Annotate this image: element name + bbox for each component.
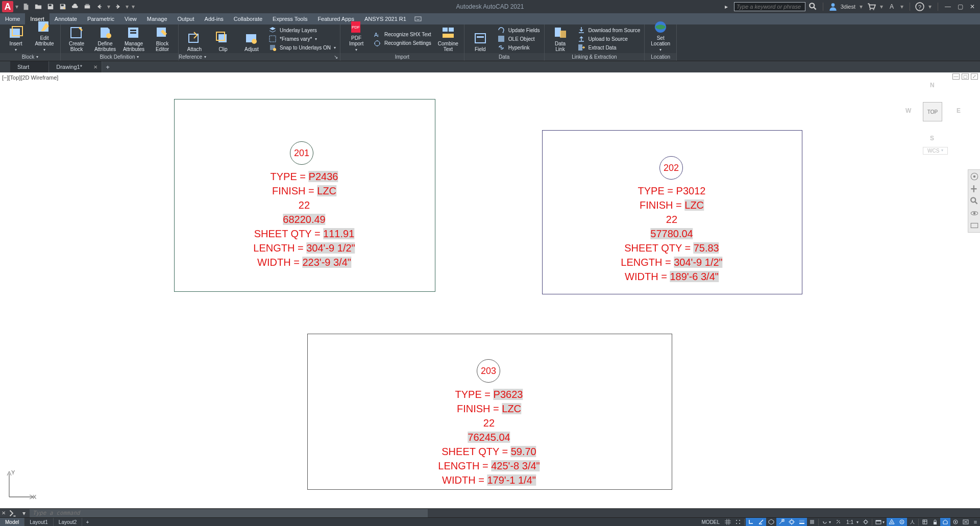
recognize-shx-button[interactable]: AᵢRecognize SHX Text <box>371 30 433 39</box>
create-block-button[interactable]: Create Block <box>63 26 90 52</box>
attach-button[interactable]: Attach <box>181 26 208 52</box>
command-input[interactable] <box>30 509 428 517</box>
save-icon[interactable] <box>45 1 56 12</box>
viewcube-east[interactable]: E <box>957 107 961 114</box>
block-203-attributes[interactable]: TYPE = P3623 FINISH = LZC 22 76245.04 SH… <box>438 387 540 487</box>
scale-dropdown-icon[interactable]: ▾ <box>856 520 861 524</box>
add-file-tab-button[interactable]: + <box>102 61 113 72</box>
drawing-maximize-icon[interactable]: ⤢ <box>971 73 978 80</box>
gear-icon[interactable] <box>861 518 871 527</box>
redo-icon[interactable] <box>112 1 124 12</box>
manage-attributes-button[interactable]: Manage Attributes <box>120 26 148 52</box>
data-link-button[interactable]: Data Link <box>547 26 574 52</box>
search-icon[interactable] <box>808 2 818 11</box>
close-tab-icon[interactable]: ✕ <box>93 64 97 70</box>
new-icon[interactable] <box>20 1 32 12</box>
pdf-import-button[interactable]: PDFPDF Import▾ <box>342 26 370 52</box>
ribbon-overflow-icon[interactable] <box>411 13 425 24</box>
block-201-tag[interactable]: 201 <box>290 141 313 165</box>
layout-tab-layout1[interactable]: Layout1 <box>24 518 54 526</box>
download-source-button[interactable]: Download from Source <box>575 26 643 35</box>
block-202-attributes[interactable]: TYPE = P3012 FINISH = LZC 22 57780.04 SH… <box>621 184 722 284</box>
open-icon[interactable] <box>33 1 44 12</box>
edit-attribute-button[interactable]: Edit Attribute▾ <box>31 26 58 52</box>
command-handle-icon[interactable] <box>7 509 18 517</box>
annomonitor-toggle[interactable]: A <box>887 518 897 527</box>
nav-pan-icon[interactable] <box>970 184 979 193</box>
extract-data-button[interactable]: Extract Data <box>575 43 643 52</box>
lock-ui-icon[interactable] <box>930 518 940 527</box>
underlay-layers-button[interactable]: Underlay Layers <box>266 26 338 35</box>
add-layout-button[interactable]: + <box>82 518 92 526</box>
tab-annotate[interactable]: Annotate <box>50 13 82 24</box>
hyperlink-button[interactable]: Hyperlink <box>495 43 542 52</box>
help-icon[interactable]: ? <box>915 2 924 11</box>
panel-label[interactable]: Block Definition ▾ <box>61 53 178 61</box>
snap-toggle[interactable] <box>733 518 743 527</box>
osnap-toggle[interactable] <box>776 518 787 527</box>
update-fields-button[interactable]: Update Fields <box>495 26 542 35</box>
grid-toggle[interactable] <box>723 518 733 527</box>
tab-addins[interactable]: Add-ins <box>200 13 229 24</box>
panel-label[interactable]: Location <box>645 53 676 61</box>
combine-text-button[interactable]: Combine Text <box>434 26 462 52</box>
tab-collaborate[interactable]: Collaborate <box>229 13 267 24</box>
transparency-toggle[interactable] <box>807 518 817 527</box>
window-close-icon[interactable]: ✕ <box>968 2 977 11</box>
viewport-controls[interactable]: [−][Top][2D Wireframe] <box>2 74 58 81</box>
redo-dropdown-icon[interactable]: ▾ <box>125 3 130 10</box>
insert-button[interactable]: Insert▾ <box>2 26 30 52</box>
adjust-button[interactable]: Adjust <box>238 26 265 52</box>
nav-wheel-icon[interactable] <box>970 172 979 181</box>
nav-orbit-icon[interactable] <box>970 209 979 218</box>
plot-icon[interactable] <box>82 1 93 12</box>
set-location-button[interactable]: Set Location▾ <box>647 26 674 52</box>
layout-tab-model[interactable]: Model <box>0 518 24 526</box>
workspace-toggle[interactable]: ▾ <box>873 518 887 527</box>
isolate-toggle[interactable] <box>950 518 961 527</box>
cart-dropdown-icon[interactable]: ▾ <box>879 3 884 10</box>
tab-express-tools[interactable]: Express Tools <box>267 13 312 24</box>
tab-output[interactable]: Output <box>173 13 200 24</box>
define-attributes-button[interactable]: Define Attributes <box>91 26 119 52</box>
nav-showmotion-icon[interactable] <box>970 221 979 230</box>
panel-label[interactable]: Reference ▾ ↘ <box>179 53 340 61</box>
drawing-restore-icon[interactable]: ▢ <box>962 73 969 80</box>
infocenter-search-input[interactable] <box>734 2 805 11</box>
annoscale-toggle[interactable] <box>833 518 843 527</box>
app-menu-dropdown-icon[interactable]: ▾ <box>14 3 19 10</box>
isodraft-toggle[interactable] <box>766 518 776 527</box>
panel-label[interactable]: Data <box>464 53 544 61</box>
dialog-launcher-icon[interactable]: ↘ <box>334 54 340 60</box>
file-tab-start[interactable]: Start <box>10 61 49 72</box>
panel-label[interactable]: Block ▾ <box>0 53 60 61</box>
app-logo[interactable]: A <box>2 1 13 12</box>
layout-tab-layout2[interactable]: Layout2 <box>54 518 83 526</box>
cart-icon[interactable] <box>867 2 876 11</box>
file-tab-drawing1[interactable]: Drawing1*✕ <box>49 61 102 72</box>
infocenter-arrow-icon[interactable]: ▸ <box>722 2 731 11</box>
status-model-label[interactable]: MODEL <box>699 519 723 525</box>
hardware-accel-toggle[interactable] <box>940 518 950 527</box>
viewcube-west[interactable]: W <box>905 107 911 114</box>
cycling-toggle[interactable]: ▾ <box>820 518 833 527</box>
drawing-minimize-icon[interactable]: — <box>952 73 960 80</box>
help-dropdown-icon[interactable]: ▾ <box>927 3 933 10</box>
scale-label[interactable]: 1:1 <box>843 519 856 525</box>
panel-label[interactable]: Import <box>340 53 464 61</box>
polar-toggle[interactable] <box>756 518 766 527</box>
app-store-icon[interactable]: A <box>887 2 896 11</box>
tab-ansys[interactable]: ANSYS 2021 R1 <box>359 13 411 24</box>
undo-dropdown-icon[interactable]: ▾ <box>106 3 111 10</box>
wcs-indicator[interactable]: WCS▾ <box>923 147 948 155</box>
window-restore-icon[interactable]: ▢ <box>955 2 965 11</box>
recognition-settings-button[interactable]: Recognition Settings <box>371 39 433 47</box>
cleanscreen-toggle[interactable] <box>961 518 971 527</box>
customize-status-icon[interactable]: ≡ <box>971 518 980 527</box>
viewcube-top[interactable]: TOP <box>923 102 942 121</box>
snap-underlays-button[interactable]: Snap to Underlays ON ▾ <box>266 43 338 52</box>
quickproperties-toggle[interactable] <box>920 518 930 527</box>
tab-home[interactable]: Home <box>0 13 25 24</box>
viewcube[interactable]: N S W E TOP WCS▾ <box>905 82 967 158</box>
otrack-toggle[interactable] <box>787 518 797 527</box>
